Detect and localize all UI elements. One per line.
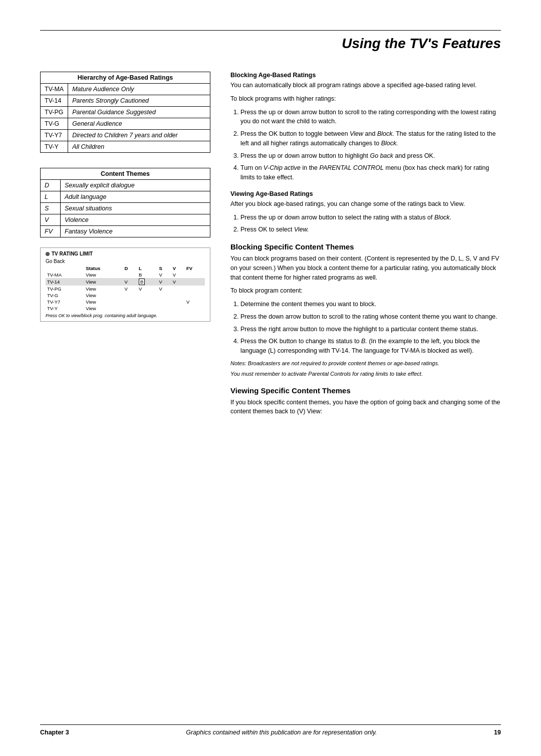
viewing-specific-section: Viewing Specific Content Themes If you b…: [230, 386, 501, 417]
viewing-specific-heading: Viewing Specific Content Themes: [230, 386, 501, 395]
screen-cell: V: [157, 286, 171, 292]
theme-desc: Violence: [61, 214, 210, 226]
viewing-age-heading: Viewing Age-Based Ratings: [230, 190, 501, 197]
list-item: Press the up or down arrow button to scr…: [240, 108, 501, 127]
themes-table-header: Content Themes: [41, 168, 210, 180]
table-row: SSexual situations: [41, 203, 210, 214]
screen-cell: [171, 286, 185, 292]
screen-table-row: TV-YView: [46, 305, 205, 312]
footer-note: Graphics contained within this publicati…: [79, 729, 484, 736]
theme-code: L: [41, 191, 61, 203]
blocking-age-heading: Blocking Age-Based Ratings: [230, 72, 501, 79]
list-item: Press OK to select View.: [240, 225, 501, 234]
screen-cell: V: [123, 286, 137, 292]
screen-table-row: TV-MAViewBVV: [46, 272, 205, 278]
rating-code: TV-G: [41, 118, 68, 130]
blocking-age-section: Blocking Age-Based Ratings You can autom…: [230, 72, 501, 182]
screen-cell: [171, 292, 185, 299]
rating-code: TV-PG: [41, 107, 68, 118]
list-item: Press the down arrow button to scroll to…: [240, 312, 501, 322]
theme-desc: Sexually explicit dialogue: [61, 180, 210, 191]
rating-desc: General Audience: [68, 118, 210, 130]
screen-cell: V: [171, 278, 185, 286]
footer-page: 19: [494, 729, 501, 736]
screen-table-row: TV-GView: [46, 292, 205, 299]
screen-cell: [185, 272, 205, 278]
list-item: Press the right arrow button to move the…: [240, 325, 501, 334]
viewing-age-intro: After you block age-based ratings, you c…: [230, 199, 501, 209]
rating-desc: Parents Strongly Cautioned: [68, 95, 210, 107]
ratings-table: Hierarchy of Age-Based Ratings TV-MAMatu…: [40, 72, 210, 153]
screen-col-header: L: [137, 265, 157, 272]
rating-code: TV-MA: [41, 84, 68, 95]
rating-code: TV-Y: [41, 141, 68, 153]
screen-col-header: FV: [185, 265, 205, 272]
blocking-specific-steps: Determine the content themes you want to…: [240, 300, 501, 356]
viewing-age-section: Viewing Age-Based Ratings After you bloc…: [230, 190, 501, 234]
list-item: Turn on V-Chip active in the PARENTAL CO…: [240, 163, 501, 182]
screen-cell: [185, 286, 205, 292]
screen-mockup: TV RATING LIMIT Go Back StatusDLSVFV TV-…: [40, 247, 210, 322]
screen-cell: TV-14: [46, 278, 84, 286]
table-row: TV-MAMature Audience Only: [41, 84, 210, 95]
screen-cell: V: [123, 278, 137, 286]
screen-cell: V: [185, 299, 205, 305]
list-item: Press the OK button to change its status…: [240, 337, 501, 356]
table-row: TV-14Parents Strongly Cautioned: [41, 95, 210, 107]
note2: You must remember to activate Parental C…: [230, 370, 501, 378]
screen-cell: V: [157, 278, 171, 286]
ratings-table-header: Hierarchy of Age-Based Ratings: [41, 72, 210, 84]
rating-code: TV-14: [41, 95, 68, 107]
list-item: Press the up or down arrow button to hig…: [240, 151, 501, 161]
screen-cell: TV-MA: [46, 272, 84, 278]
rating-desc: Parental Guidance Suggested: [68, 107, 210, 118]
page-title-section: Using the TV's Features: [40, 30, 501, 52]
screen-cell: [185, 278, 205, 286]
table-row: DSexually explicit dialogue: [41, 180, 210, 191]
screen-cell: TV-G: [46, 292, 84, 299]
blocking-specific-heading: Blocking Specific Content Themes: [230, 242, 501, 251]
screen-table-row: TV-14ViewVBVV: [46, 278, 205, 286]
blocking-specific-subtext: To block program content:: [230, 286, 501, 296]
screen-cell: [157, 305, 171, 312]
screen-cell: [171, 305, 185, 312]
screen-cell: V: [137, 286, 157, 292]
screen-cell: [123, 292, 137, 299]
screen-cell: [123, 299, 137, 305]
screen-cell: [137, 299, 157, 305]
dot-icon: [46, 252, 50, 256]
screen-cell: View: [84, 299, 123, 305]
table-row: TV-Y7Directed to Children 7 years and ol…: [41, 130, 210, 141]
viewing-age-steps: Press the up or down arrow button to sel…: [240, 213, 501, 235]
screen-cell: TV-Y7: [46, 299, 84, 305]
screen-cell: [123, 272, 137, 278]
list-item: Press the up or down arrow button to sel…: [240, 213, 501, 222]
screen-cell: View: [84, 305, 123, 312]
table-row: VViolence: [41, 214, 210, 226]
screen-cell: V: [157, 272, 171, 278]
screen-table-row: TV-Y7ViewV: [46, 299, 205, 305]
table-row: TV-PGParental Guidance Suggested: [41, 107, 210, 118]
theme-desc: Sexual situations: [61, 203, 210, 214]
table-row: FVFantasy Violence: [41, 226, 210, 237]
rating-desc: Directed to Children 7 years and older: [68, 130, 210, 141]
rating-desc: Mature Audience Only: [68, 84, 210, 95]
list-item: Press the OK button to toggle between Vi…: [240, 129, 501, 148]
screen-cell: TV-Y: [46, 305, 84, 312]
screen-cell: [171, 299, 185, 305]
screen-col-header: V: [171, 265, 185, 272]
theme-code: FV: [41, 226, 61, 237]
screen-col-header: S: [157, 265, 171, 272]
right-column: Blocking Age-Based Ratings You can autom…: [230, 72, 501, 424]
table-row: LAdult language: [41, 191, 210, 203]
theme-desc: Adult language: [61, 191, 210, 203]
screen-cell: View: [84, 292, 123, 299]
footer-chapter: Chapter 3: [40, 729, 69, 736]
table-row: TV-GGeneral Audience: [41, 118, 210, 130]
blocking-age-intro: You can automatically block all program …: [230, 81, 501, 90]
screen-cell: View: [84, 278, 123, 286]
screen-cell: B: [137, 272, 157, 278]
blocking-age-subtext: To block programs with higher ratings:: [230, 94, 501, 104]
rating-code: TV-Y7: [41, 130, 68, 141]
screen-cell: [157, 292, 171, 299]
